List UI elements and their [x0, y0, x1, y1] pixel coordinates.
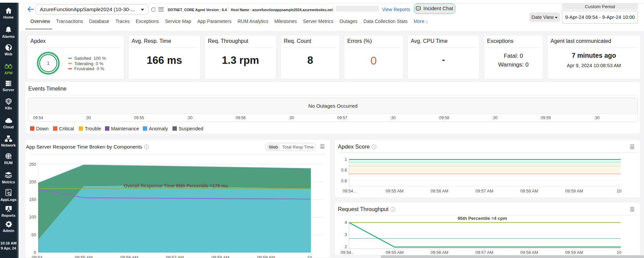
- svg-text:09:57 AM: 09:57 AM: [166, 255, 184, 258]
- svg-text:09:55 AM: 09:55 AM: [386, 189, 404, 194]
- svg-text:09:56 AM: 09:56 AM: [120, 255, 138, 258]
- svg-text:100: 100: [29, 215, 36, 220]
- svg-text:09:55 AM: 09:55 AM: [386, 250, 404, 255]
- svg-text:4: 4: [345, 220, 347, 225]
- svg-text:250: 250: [29, 162, 36, 167]
- svg-text:0.8: 0.8: [341, 168, 347, 173]
- svg-text:09:57 AM: 09:57 AM: [476, 189, 493, 194]
- svg-text:09:58 AM: 09:58 AM: [520, 189, 538, 194]
- svg-text:0.6: 0.6: [341, 179, 347, 183]
- svg-text:200: 200: [29, 180, 36, 184]
- svg-text:09:55 AM: 09:55 AM: [75, 255, 93, 258]
- svg-text:3: 3: [345, 232, 347, 237]
- svg-text:95th Percentile =4 cpm: 95th Percentile =4 cpm: [458, 216, 507, 221]
- svg-text:09:58 AM: 09:58 AM: [212, 255, 230, 258]
- svg-text:09:59 AM: 09:59 AM: [565, 250, 583, 255]
- svg-text:09:56 AM: 09:56 AM: [431, 189, 449, 194]
- svg-text:10: 10: [617, 189, 621, 194]
- svg-text:09:54: 09:54: [32, 255, 42, 258]
- svg-text:09:58 AM: 09:58 AM: [520, 250, 538, 255]
- svg-text:09:54 ..: 09:54 ..: [343, 189, 357, 194]
- svg-text:10: 10: [617, 250, 621, 255]
- svg-text:09:59 AM: 09:59 AM: [257, 255, 275, 258]
- svg-text:1: 1: [47, 60, 50, 66]
- svg-text:09:56 AM: 09:56 AM: [431, 250, 449, 255]
- svg-text:09:57 AM: 09:57 AM: [476, 250, 493, 255]
- svg-text:2: 2: [345, 244, 347, 249]
- svg-text:Overall Response Time 95th Per: Overall Response Time 95th Percentile =1…: [124, 183, 228, 188]
- svg-text:1: 1: [345, 157, 347, 162]
- svg-text:150: 150: [29, 197, 36, 202]
- svg-text:50: 50: [31, 233, 36, 237]
- svg-text:0: 0: [34, 250, 36, 255]
- svg-text:09:59 AM: 09:59 AM: [565, 189, 583, 194]
- svg-text:10: 10: [307, 255, 312, 258]
- svg-text:09:54..: 09:54..: [341, 250, 353, 255]
